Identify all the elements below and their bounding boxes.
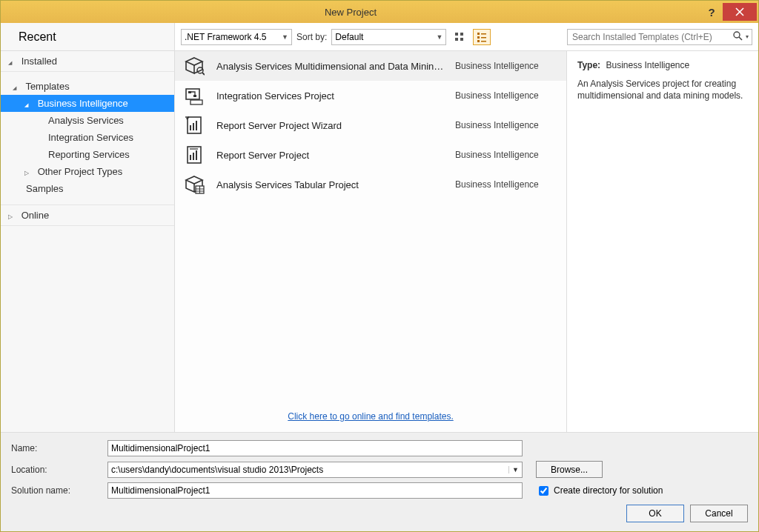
description-pane: Type: Business Intelligence An Analysis … (567, 51, 758, 432)
search-dropdown-icon[interactable]: ▾ (746, 33, 749, 40)
svg-marker-31 (186, 176, 202, 184)
svg-rect-29 (196, 150, 197, 160)
cube-icon (182, 54, 206, 78)
svg-line-13 (739, 37, 742, 40)
template-category: Business Intelligence (455, 90, 559, 101)
caret-closed-icon (8, 213, 16, 220)
type-value: Business Intelligence (606, 60, 689, 70)
svg-rect-23 (193, 123, 194, 130)
caret-closed-icon (24, 169, 32, 176)
solution-name-input[interactable] (107, 482, 523, 499)
toolbar-row: Recent .NET Framework 4.5▼ Sort by: Defa… (1, 23, 758, 51)
view-small-list-button[interactable] (473, 29, 491, 45)
caret-open-icon (24, 101, 32, 108)
template-list-pane: Analysis Services Multidimensional and D… (175, 51, 567, 432)
list-icon (477, 32, 487, 42)
svg-rect-7 (481, 33, 486, 35)
nav-samples[interactable]: Samples (1, 180, 174, 197)
caret-open-icon (13, 84, 20, 91)
ok-button[interactable]: OK (626, 505, 684, 522)
svg-rect-4 (455, 38, 458, 41)
mid-toolbar: .NET Framework 4.5▼ Sort by: Default▼ (175, 29, 567, 45)
nav-installed[interactable]: Installed (1, 51, 174, 72)
svg-point-25 (185, 116, 187, 118)
svg-rect-9 (481, 37, 486, 39)
template-category: Business Intelligence (455, 61, 559, 71)
svg-rect-5 (460, 38, 463, 41)
template-category: Business Intelligence (455, 150, 559, 160)
nav-other-project-types[interactable]: Other Project Types (1, 163, 174, 180)
template-row[interactable]: Analysis Services Multidimensional and D… (175, 51, 566, 81)
nav-business-intelligence[interactable]: Business Intelligence (1, 95, 174, 112)
nav-analysis-services[interactable]: Analysis Services (1, 112, 174, 129)
nav-online[interactable]: Online (1, 205, 174, 226)
sortby-label: Sort by: (296, 32, 327, 42)
svg-point-12 (734, 32, 740, 38)
svg-rect-11 (481, 41, 486, 42)
report-icon (182, 143, 206, 167)
form-area: Name: Location: ▼ Browse... Solution nam… (1, 432, 758, 531)
create-directory-checkbox[interactable]: Create directory for solution (536, 484, 663, 498)
svg-rect-20 (190, 100, 202, 104)
search-icon[interactable] (732, 31, 744, 43)
main-area: Installed Templates Business Intelligenc… (1, 51, 758, 432)
template-category: Business Intelligence (455, 179, 559, 190)
tabular-icon (182, 173, 206, 196)
location-input[interactable]: ▼ (107, 462, 523, 478)
svg-rect-18 (188, 91, 191, 93)
help-button[interactable]: ? (700, 6, 723, 19)
svg-rect-10 (477, 40, 480, 42)
type-label: Type: (577, 60, 600, 70)
svg-rect-3 (460, 33, 463, 36)
template-name: Report Server Project Wizard (216, 120, 455, 131)
wizard-icon (182, 113, 206, 137)
template-name: Analysis Services Multidimensional and D… (216, 61, 455, 72)
template-name: Integration Services Project (216, 90, 455, 102)
template-row[interactable]: Analysis Services Tabular ProjectBusines… (175, 170, 566, 199)
online-templates-link-row: Click here to go online and find templat… (175, 404, 566, 432)
name-label: Name: (11, 443, 107, 453)
svg-rect-28 (193, 153, 194, 160)
chevron-down-icon: ▼ (436, 33, 443, 41)
close-button[interactable] (723, 3, 757, 21)
window-title: New Project (1, 7, 700, 18)
nav-recent[interactable]: Recent (1, 30, 174, 44)
nav-templates[interactable]: Templates (1, 78, 174, 95)
svg-rect-27 (190, 155, 191, 160)
template-name: Analysis Services Tabular Project (216, 179, 455, 190)
svg-marker-14 (186, 58, 202, 65)
svg-line-16 (202, 73, 205, 75)
location-label: Location: (11, 465, 107, 475)
name-input[interactable] (107, 440, 523, 456)
ssis-icon (182, 84, 206, 107)
chevron-down-icon[interactable]: ▼ (508, 466, 522, 473)
new-project-dialog: New Project ? Recent .NET Framework 4.5▼… (0, 0, 759, 532)
template-category: Business Intelligence (455, 120, 559, 130)
template-row[interactable]: Report Server Project WizardBusiness Int… (175, 110, 566, 140)
template-description: An Analysis Services project for creatin… (577, 78, 748, 102)
template-row[interactable]: Integration Services ProjectBusiness Int… (175, 81, 566, 110)
solution-name-label: Solution name: (11, 485, 107, 496)
template-type-row: Type: Business Intelligence (577, 60, 748, 70)
cancel-button[interactable]: Cancel (690, 505, 748, 522)
search-input[interactable]: ▾ (567, 29, 752, 45)
framework-selector[interactable]: .NET Framework 4.5▼ (181, 29, 292, 45)
dialog-buttons: OK Cancel (11, 505, 748, 522)
nav-integration-services[interactable]: Integration Services (1, 129, 174, 146)
template-list: Analysis Services Multidimensional and D… (175, 51, 566, 404)
search-pane: ▾ (567, 29, 758, 45)
caret-open-icon (8, 59, 16, 66)
sortby-selector[interactable]: Default▼ (331, 29, 446, 45)
close-icon (735, 7, 744, 16)
nav-reporting-services[interactable]: Reporting Services (1, 146, 174, 163)
chevron-down-icon: ▼ (282, 33, 288, 41)
template-name: Report Server Project (216, 150, 455, 161)
view-medium-icons-button[interactable] (451, 29, 468, 45)
browse-button[interactable]: Browse... (536, 461, 603, 478)
svg-rect-22 (190, 125, 191, 130)
titlebar: New Project ? (1, 1, 758, 23)
online-templates-link[interactable]: Click here to go online and find templat… (288, 411, 453, 422)
template-row[interactable]: Report Server ProjectBusiness Intelligen… (175, 140, 566, 170)
grid-icon (454, 32, 465, 42)
nav-tree: Installed Templates Business Intelligenc… (1, 51, 175, 432)
